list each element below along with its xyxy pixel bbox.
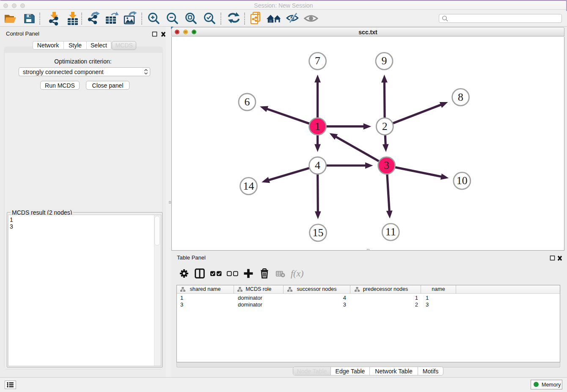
svg-text:f(x): f(x) [291,268,304,279]
svg-text:1: 1 [315,120,320,133]
svg-text:8: 8 [458,91,463,103]
svg-text:11: 11 [385,226,396,238]
svg-text:6: 6 [245,96,250,108]
svg-text:4: 4 [315,159,320,171]
svg-text:10: 10 [457,174,468,187]
svg-text:9: 9 [382,55,387,67]
svg-text:2: 2 [382,120,388,133]
svg-text:3: 3 [384,159,389,171]
svg-text:14: 14 [243,180,254,192]
svg-text:15: 15 [313,226,324,239]
svg-text:7: 7 [315,55,320,67]
